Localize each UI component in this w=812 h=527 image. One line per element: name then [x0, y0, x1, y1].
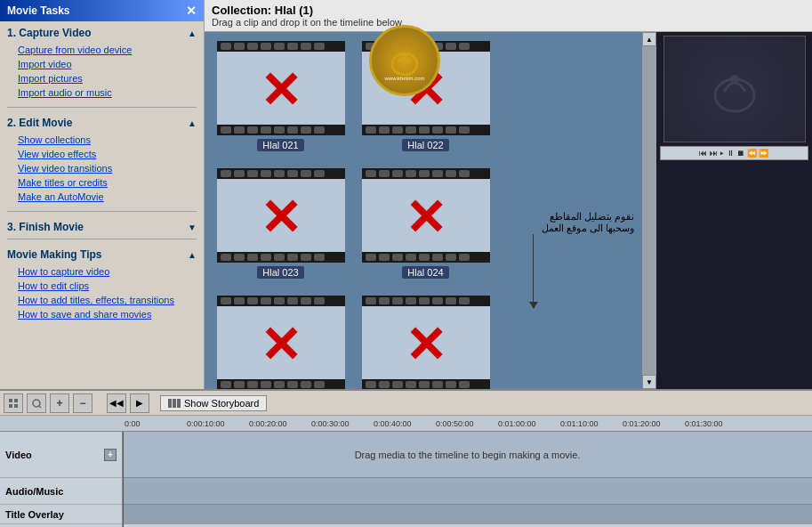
sidebar-link-capture-device[interactable]: Capture from video device	[14, 43, 204, 57]
svg-rect-7	[9, 404, 12, 408]
sidebar-link-video-effects[interactable]: View video effects	[14, 147, 204, 161]
annotation-line2: وسحبها الى موقع العمل	[542, 223, 634, 234]
clip-label-2: Hlal 022	[402, 139, 448, 151]
timeline-prev-button[interactable]: ◀◀	[107, 393, 126, 413]
storyboard-label: Show Storyboard	[184, 398, 259, 409]
sidebar-link-how-edit[interactable]: How to edit clips	[14, 279, 204, 293]
clip-thumbnail-1[interactable]: ✕	[215, 39, 347, 137]
tips-links: How to capture video How to edit clips H…	[0, 263, 204, 325]
track-title-area	[123, 505, 812, 524]
divider-1	[7, 107, 197, 108]
scroll-down-button[interactable]: ▼	[642, 375, 656, 389]
sidebar-link-make-titles[interactable]: Make titles or credits	[14, 175, 204, 190]
preview-video	[663, 36, 806, 142]
storyboard-button[interactable]: Show Storyboard	[160, 395, 267, 411]
annotation-arrow-head	[529, 302, 538, 309]
ruler-mark-1: 0:00:10:00	[185, 419, 247, 428]
ruler-mark-7: 0:01:10:00	[559, 419, 621, 428]
sidebar-link-how-effects[interactable]: How to add titles, effects, transitions	[14, 293, 204, 307]
collection-header: Collection: Hlal (1) Drag a clip and dro…	[205, 0, 812, 32]
content-area: Collection: Hlal (1) Drag a clip and dro…	[205, 0, 812, 389]
clip-thumbnail-3[interactable]: ✕	[215, 166, 347, 264]
sidebar-link-how-save[interactable]: How to save and share movies	[14, 307, 204, 321]
sidebar-link-import-video[interactable]: Import video	[14, 57, 204, 71]
track-audio-area	[123, 478, 812, 505]
svg-rect-8	[14, 404, 18, 408]
track-video-add-button[interactable]: +	[104, 449, 117, 461]
ruler-mark-6: 0:01:00:00	[496, 419, 559, 428]
ruler-mark-8: 0:01:20:00	[621, 419, 683, 428]
svg-rect-13	[177, 399, 181, 408]
ruler-mark-9: 0:01:30:00	[683, 419, 745, 428]
preview-panel: ⏮ ⏭ ▶ ⏸ ⏹ ⏪ ⏩	[656, 32, 812, 389]
svg-text:www.khotim.com: www.khotim.com	[383, 76, 424, 81]
sidebar: Movie Tasks ✕ 1. Capture Video ▲ Capture…	[0, 0, 205, 389]
section-edit[interactable]: 2. Edit Movie ▲	[0, 111, 204, 131]
divider-2	[7, 211, 197, 212]
timeline-zoom-out-button[interactable]: −	[73, 393, 92, 413]
track-content: Drag media to the timeline to begin maki…	[123, 432, 812, 527]
timeline-btn-2[interactable]	[27, 393, 46, 413]
collection-subtitle: Drag a clip and drop it on the timeline …	[212, 17, 805, 28]
preview-controls: ⏮ ⏭ ▶ ⏸ ⏹ ⏪ ⏩	[660, 146, 808, 160]
clip-label-3: Hlal 023	[257, 266, 303, 279]
sidebar-link-import-audio[interactable]: Import audio or music	[14, 85, 204, 100]
ruler-mark-5: 0:00:50:00	[434, 419, 496, 428]
collection-grid-container: ✕ Hlal 021 ✕ Hlal 022	[205, 32, 812, 389]
svg-point-4	[730, 75, 739, 84]
section-tips[interactable]: Movie Making Tips ▲	[0, 243, 204, 263]
preview-logo-bg	[699, 53, 770, 126]
clip-thumbnail-4[interactable]: ✕	[360, 166, 492, 264]
timeline-tracks: Video + Audio/Music Title Overlay Drag m…	[0, 432, 812, 527]
track-label-title: Title Overlay	[0, 505, 122, 524]
track-label-audio: Audio/Music	[0, 478, 122, 505]
list-item[interactable]: ✕ Hlal 026	[357, 294, 494, 389]
edit-links: Show collections View video effects View…	[0, 131, 204, 207]
annotation-arrow-line	[533, 234, 534, 305]
track-title-name: Title Overlay	[5, 509, 64, 520]
divider-3	[7, 239, 197, 239]
section-capture[interactable]: 1. Capture Video ▲	[0, 21, 204, 41]
timeline-btn-1[interactable]	[4, 393, 23, 413]
section-finish[interactable]: 3. Finish Movie ▼	[0, 215, 204, 235]
track-labels: Video + Audio/Music Title Overlay	[0, 432, 123, 527]
chevron-up-icon-2: ▲	[188, 118, 197, 128]
main-area: Movie Tasks ✕ 1. Capture Video ▲ Capture…	[0, 0, 812, 389]
ruler-mark-2: 0:00:20:00	[247, 419, 310, 428]
track-drop-text: Drag media to the timeline to begin maki…	[355, 450, 581, 460]
clip-thumbnail-5[interactable]: ✕	[215, 294, 347, 389]
sidebar-link-video-transitions[interactable]: View video transitions	[14, 161, 204, 175]
svg-line-10	[39, 406, 41, 408]
list-item[interactable]: ✕ Hlal 024	[357, 166, 494, 287]
collection-title: Collection: Hlal (1)	[212, 4, 805, 17]
timeline-container: + − ◀◀ ▶ Show Storyboard 0:00 0:00:10:00…	[0, 389, 812, 527]
timeline-zoom-in-button[interactable]: +	[50, 393, 69, 413]
track-audio-name: Audio/Music	[5, 486, 63, 497]
annotation-line1: نقوم بتضليل المقاطع	[542, 211, 634, 223]
svg-rect-5	[9, 399, 12, 402]
timeline-ruler: 0:00 0:00:10:00 0:00:20:00 0:00:30:00 0:…	[0, 416, 812, 432]
timeline-play-button[interactable]: ▶	[130, 393, 149, 413]
sidebar-close-button[interactable]: ✕	[186, 4, 197, 18]
svg-rect-6	[14, 399, 18, 402]
list-item[interactable]: ✕ Hlal 023	[212, 166, 350, 287]
grid-scrollbar[interactable]: ▲ ▼	[642, 32, 656, 389]
scroll-up-button[interactable]: ▲	[642, 32, 656, 46]
logo-decoration: www.khotim.com	[369, 32, 440, 96]
ruler-mark-4: 0:00:40:00	[372, 419, 434, 428]
sidebar-link-show-collections[interactable]: Show collections	[14, 133, 204, 147]
app-container: Movie Tasks ✕ 1. Capture Video ▲ Capture…	[0, 0, 812, 527]
playhead-line	[123, 432, 124, 527]
list-item[interactable]: ✕ Hlal 021	[212, 39, 350, 159]
ruler-mark-3: 0:00:30:00	[310, 419, 372, 428]
sidebar-link-automovie[interactable]: Make an AutoMovie	[14, 190, 204, 204]
ruler-mark-0: 0:00	[123, 419, 185, 428]
clip-thumbnail-6[interactable]: ✕	[360, 294, 492, 389]
capture-links: Capture from video device Import video I…	[0, 41, 204, 103]
sidebar-link-import-pictures[interactable]: Import pictures	[14, 71, 204, 85]
track-label-video: Video +	[0, 432, 122, 478]
scrollbar-track	[642, 46, 656, 375]
track-video-name: Video	[5, 450, 32, 460]
list-item[interactable]: ✕ Hlal 025	[212, 294, 350, 389]
sidebar-link-how-capture[interactable]: How to capture video	[14, 264, 204, 279]
